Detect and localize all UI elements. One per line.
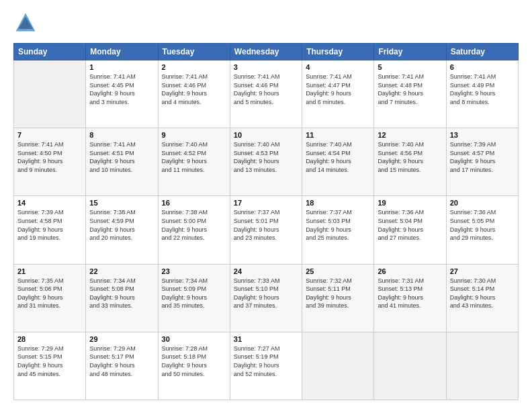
day-info: Sunrise: 7:29 AM Sunset: 5:17 PM Dayligh… <box>89 345 154 378</box>
day-number: 8 <box>89 131 154 139</box>
day-number: 24 <box>234 267 298 275</box>
calendar-week-row: 28Sunrise: 7:29 AM Sunset: 5:15 PM Dayli… <box>14 332 519 400</box>
calendar-cell: 29Sunrise: 7:29 AM Sunset: 5:17 PM Dayli… <box>86 332 158 400</box>
day-info: Sunrise: 7:36 AM Sunset: 5:04 PM Dayligh… <box>378 208 442 242</box>
day-number: 2 <box>162 63 226 71</box>
day-info: Sunrise: 7:41 AM Sunset: 4:50 PM Dayligh… <box>17 140 82 174</box>
day-number: 7 <box>17 131 82 139</box>
day-number: 29 <box>89 335 154 343</box>
calendar-cell: 25Sunrise: 7:32 AM Sunset: 5:11 PM Dayli… <box>302 264 374 332</box>
day-number: 22 <box>89 267 154 275</box>
calendar-cell: 3Sunrise: 7:41 AM Sunset: 4:46 PM Daylig… <box>230 60 302 128</box>
day-of-week-header: Monday <box>86 44 158 60</box>
calendar-cell: 16Sunrise: 7:38 AM Sunset: 5:00 PM Dayli… <box>158 196 230 264</box>
day-number: 19 <box>378 199 442 207</box>
day-info: Sunrise: 7:27 AM Sunset: 5:19 PM Dayligh… <box>234 345 298 378</box>
day-number: 14 <box>17 199 82 207</box>
day-info: Sunrise: 7:30 AM Sunset: 5:14 PM Dayligh… <box>450 277 515 310</box>
day-info: Sunrise: 7:31 AM Sunset: 5:13 PM Dayligh… <box>378 277 442 310</box>
day-number: 9 <box>162 131 226 139</box>
calendar-cell: 12Sunrise: 7:40 AM Sunset: 4:56 PM Dayli… <box>374 128 446 196</box>
day-info: Sunrise: 7:37 AM Sunset: 5:01 PM Dayligh… <box>234 208 298 242</box>
calendar-cell: 30Sunrise: 7:28 AM Sunset: 5:18 PM Dayli… <box>158 332 230 400</box>
day-number: 18 <box>306 199 370 207</box>
day-info: Sunrise: 7:40 AM Sunset: 4:56 PM Dayligh… <box>378 140 442 174</box>
day-info: Sunrise: 7:28 AM Sunset: 5:18 PM Dayligh… <box>162 345 226 378</box>
calendar-cell: 9Sunrise: 7:40 AM Sunset: 4:52 PM Daylig… <box>158 128 230 196</box>
day-info: Sunrise: 7:38 AM Sunset: 5:00 PM Dayligh… <box>162 208 226 242</box>
calendar-cell: 22Sunrise: 7:34 AM Sunset: 5:08 PM Dayli… <box>86 264 158 332</box>
day-number: 28 <box>17 335 82 343</box>
day-number: 13 <box>450 131 515 139</box>
calendar-cell: 24Sunrise: 7:33 AM Sunset: 5:10 PM Dayli… <box>230 264 302 332</box>
day-number: 6 <box>450 63 515 71</box>
logo <box>13 11 40 35</box>
calendar-header-row: SundayMondayTuesdayWednesdayThursdayFrid… <box>14 44 519 60</box>
day-info: Sunrise: 7:41 AM Sunset: 4:47 PM Dayligh… <box>306 73 370 106</box>
day-number: 12 <box>378 131 442 139</box>
calendar-cell: 31Sunrise: 7:27 AM Sunset: 5:19 PM Dayli… <box>230 332 302 400</box>
day-info: Sunrise: 7:34 AM Sunset: 5:09 PM Dayligh… <box>162 277 226 310</box>
day-info: Sunrise: 7:40 AM Sunset: 4:52 PM Dayligh… <box>162 140 226 174</box>
day-of-week-header: Saturday <box>446 44 518 60</box>
day-info: Sunrise: 7:32 AM Sunset: 5:11 PM Dayligh… <box>306 277 370 310</box>
calendar-cell: 1Sunrise: 7:41 AM Sunset: 4:45 PM Daylig… <box>86 60 158 128</box>
calendar-week-row: 21Sunrise: 7:35 AM Sunset: 5:06 PM Dayli… <box>14 264 519 332</box>
header <box>13 11 519 35</box>
day-number: 15 <box>89 199 154 207</box>
day-number: 10 <box>234 131 298 139</box>
calendar-week-row: 7Sunrise: 7:41 AM Sunset: 4:50 PM Daylig… <box>14 128 519 196</box>
day-number: 26 <box>378 267 442 275</box>
day-of-week-header: Sunday <box>14 44 86 60</box>
calendar-cell: 21Sunrise: 7:35 AM Sunset: 5:06 PM Dayli… <box>14 264 86 332</box>
day-number: 27 <box>450 267 515 275</box>
calendar-cell: 13Sunrise: 7:39 AM Sunset: 4:57 PM Dayli… <box>446 128 518 196</box>
calendar-table: SundayMondayTuesdayWednesdayThursdayFrid… <box>13 43 519 400</box>
day-info: Sunrise: 7:37 AM Sunset: 5:03 PM Dayligh… <box>306 208 370 242</box>
day-number: 17 <box>234 199 298 207</box>
day-info: Sunrise: 7:34 AM Sunset: 5:08 PM Dayligh… <box>89 277 154 310</box>
day-of-week-header: Tuesday <box>158 44 230 60</box>
calendar-cell: 20Sunrise: 7:36 AM Sunset: 5:05 PM Dayli… <box>446 196 518 264</box>
day-of-week-header: Wednesday <box>230 44 302 60</box>
day-of-week-header: Thursday <box>302 44 374 60</box>
calendar-cell <box>302 332 374 400</box>
page: SundayMondayTuesdayWednesdayThursdayFrid… <box>0 0 532 411</box>
day-number: 4 <box>306 63 370 71</box>
calendar-cell: 11Sunrise: 7:40 AM Sunset: 4:54 PM Dayli… <box>302 128 374 196</box>
calendar-cell: 18Sunrise: 7:37 AM Sunset: 5:03 PM Dayli… <box>302 196 374 264</box>
day-info: Sunrise: 7:41 AM Sunset: 4:45 PM Dayligh… <box>89 73 154 106</box>
day-info: Sunrise: 7:41 AM Sunset: 4:46 PM Dayligh… <box>234 73 298 106</box>
day-number: 25 <box>306 267 370 275</box>
day-number: 3 <box>234 63 298 71</box>
day-info: Sunrise: 7:39 AM Sunset: 4:58 PM Dayligh… <box>17 208 82 242</box>
day-info: Sunrise: 7:38 AM Sunset: 4:59 PM Dayligh… <box>89 208 154 242</box>
day-info: Sunrise: 7:36 AM Sunset: 5:05 PM Dayligh… <box>450 208 515 242</box>
day-of-week-header: Friday <box>374 44 446 60</box>
day-number: 20 <box>450 199 515 207</box>
calendar-cell: 26Sunrise: 7:31 AM Sunset: 5:13 PM Dayli… <box>374 264 446 332</box>
calendar-cell <box>446 332 518 400</box>
calendar-cell: 23Sunrise: 7:34 AM Sunset: 5:09 PM Dayli… <box>158 264 230 332</box>
day-info: Sunrise: 7:40 AM Sunset: 4:53 PM Dayligh… <box>234 140 298 174</box>
day-info: Sunrise: 7:41 AM Sunset: 4:49 PM Dayligh… <box>450 73 515 106</box>
day-number: 16 <box>162 199 226 207</box>
calendar-cell <box>14 60 86 128</box>
calendar-cell: 17Sunrise: 7:37 AM Sunset: 5:01 PM Dayli… <box>230 196 302 264</box>
day-info: Sunrise: 7:29 AM Sunset: 5:15 PM Dayligh… <box>17 345 82 378</box>
logo-icon <box>13 11 38 35</box>
day-number: 1 <box>89 63 154 71</box>
calendar-cell: 28Sunrise: 7:29 AM Sunset: 5:15 PM Dayli… <box>14 332 86 400</box>
day-info: Sunrise: 7:40 AM Sunset: 4:54 PM Dayligh… <box>306 140 370 174</box>
calendar-cell: 8Sunrise: 7:41 AM Sunset: 4:51 PM Daylig… <box>86 128 158 196</box>
day-number: 11 <box>306 131 370 139</box>
day-info: Sunrise: 7:41 AM Sunset: 4:51 PM Dayligh… <box>89 140 154 174</box>
day-info: Sunrise: 7:41 AM Sunset: 4:46 PM Dayligh… <box>162 73 226 106</box>
calendar-cell <box>374 332 446 400</box>
day-info: Sunrise: 7:35 AM Sunset: 5:06 PM Dayligh… <box>17 277 82 310</box>
day-number: 31 <box>234 335 298 343</box>
calendar-cell: 7Sunrise: 7:41 AM Sunset: 4:50 PM Daylig… <box>14 128 86 196</box>
day-info: Sunrise: 7:33 AM Sunset: 5:10 PM Dayligh… <box>234 277 298 310</box>
calendar-cell: 4Sunrise: 7:41 AM Sunset: 4:47 PM Daylig… <box>302 60 374 128</box>
day-number: 23 <box>162 267 226 275</box>
